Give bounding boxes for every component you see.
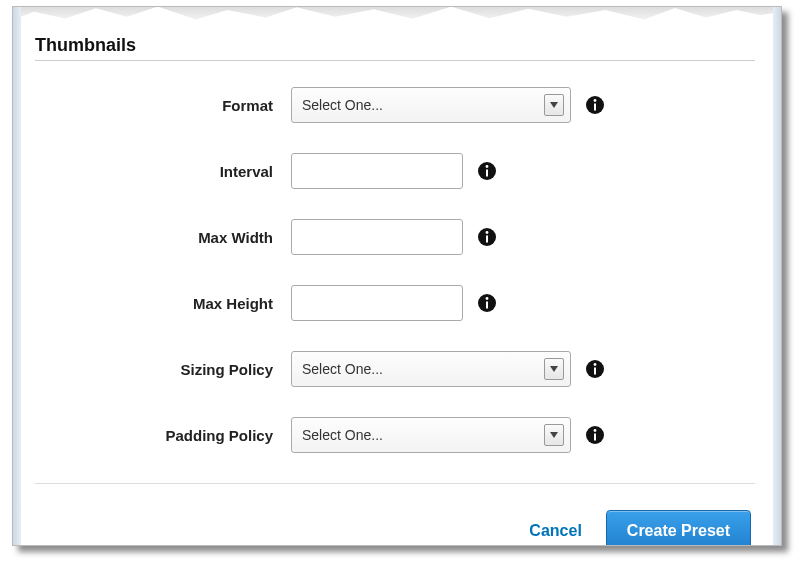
svg-point-16 <box>594 363 597 366</box>
label-max-width: Max Width <box>35 229 291 246</box>
padding-policy-select[interactable]: Select One... <box>291 417 571 453</box>
sizing-policy-select[interactable]: Select One... <box>291 351 571 387</box>
format-select-value: Select One... <box>302 97 383 113</box>
interval-input[interactable] <box>291 153 463 189</box>
chevron-down-icon <box>544 424 564 446</box>
chevron-down-icon <box>544 94 564 116</box>
section-title: Thumbnails <box>35 35 755 61</box>
svg-rect-11 <box>486 302 488 309</box>
label-format: Format <box>35 97 291 114</box>
svg-marker-0 <box>550 102 558 108</box>
max-width-input[interactable] <box>291 219 463 255</box>
padding-policy-select-value: Select One... <box>302 427 383 443</box>
label-padding-policy: Padding Policy <box>35 427 291 444</box>
svg-rect-15 <box>594 368 596 375</box>
info-icon[interactable] <box>585 95 605 115</box>
label-sizing-policy: Sizing Policy <box>35 361 291 378</box>
svg-marker-13 <box>550 366 558 372</box>
form-footer: Cancel Create Preset <box>35 483 755 546</box>
svg-point-3 <box>594 99 597 102</box>
row-interval: Interval <box>35 153 755 189</box>
info-icon[interactable] <box>477 161 497 181</box>
label-interval: Interval <box>35 163 291 180</box>
svg-rect-19 <box>594 434 596 441</box>
info-icon[interactable] <box>585 425 605 445</box>
row-padding-policy: Padding Policy Select One... <box>35 417 755 453</box>
svg-point-20 <box>594 429 597 432</box>
svg-point-12 <box>486 297 489 300</box>
info-icon[interactable] <box>585 359 605 379</box>
svg-point-6 <box>486 165 489 168</box>
info-icon[interactable] <box>477 293 497 313</box>
svg-rect-2 <box>594 104 596 111</box>
cancel-button[interactable]: Cancel <box>529 522 581 540</box>
label-max-height: Max Height <box>35 295 291 312</box>
svg-rect-5 <box>486 170 488 177</box>
chevron-down-icon <box>544 358 564 380</box>
info-icon[interactable] <box>477 227 497 247</box>
thumbnails-settings-panel: Thumbnails Format Select One... <box>12 6 782 546</box>
row-sizing-policy: Sizing Policy Select One... <box>35 351 755 387</box>
svg-marker-17 <box>550 432 558 438</box>
create-preset-button[interactable]: Create Preset <box>606 510 751 546</box>
svg-point-9 <box>486 231 489 234</box>
format-select[interactable]: Select One... <box>291 87 571 123</box>
max-height-input[interactable] <box>291 285 463 321</box>
svg-rect-8 <box>486 236 488 243</box>
row-format: Format Select One... <box>35 87 755 123</box>
row-max-width: Max Width <box>35 219 755 255</box>
row-max-height: Max Height <box>35 285 755 321</box>
sizing-policy-select-value: Select One... <box>302 361 383 377</box>
